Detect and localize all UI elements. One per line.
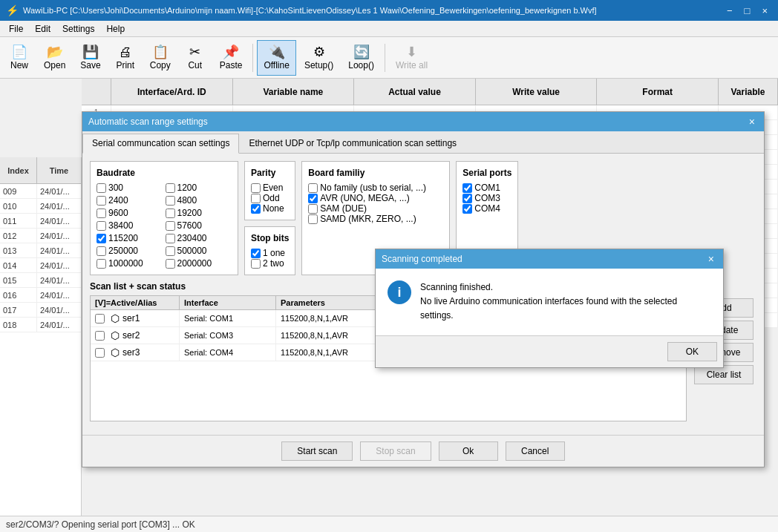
baud-4800-check[interactable] (166, 196, 175, 206)
menu-help[interactable]: Help (100, 22, 131, 36)
save-button[interactable]: 💾 Save (73, 40, 107, 76)
baud-2000000-check[interactable] (166, 259, 175, 269)
loop-icon: 🔄 (353, 45, 370, 59)
info-icon: i (388, 280, 411, 304)
menu-bar: File Edit Settings Help (0, 21, 778, 37)
list-item: 01524/01/... (0, 273, 81, 288)
baud-19200: 19200 (166, 208, 232, 218)
baud-19200-check[interactable] (166, 208, 175, 218)
baud-250000-check[interactable] (97, 246, 106, 256)
minimize-button[interactable]: − (722, 4, 737, 18)
left-panel-header: Index Time (0, 157, 81, 184)
scan-active-3: ⬡ ser3 (91, 344, 180, 361)
time-cell: 24/01/... (37, 318, 81, 332)
baud-230400-check[interactable] (166, 234, 175, 243)
th-active: [V]=Active/Alias (91, 296, 180, 309)
scan-cancel-button[interactable]: Cancel (506, 441, 565, 461)
list-item: 01424/01/... (0, 258, 81, 273)
interface-1: Serial: COM1 (180, 310, 276, 326)
save-icon: 💾 (82, 45, 99, 59)
board-samd: SAMD (MKR, ZERO, ...) (308, 214, 443, 224)
baud-300-check[interactable] (97, 183, 106, 193)
new-button[interactable]: 📄 New (3, 40, 36, 76)
clear-list-button[interactable]: Clear list (694, 365, 754, 384)
port-com4-check[interactable] (462, 204, 472, 214)
scan-active-check-1[interactable] (95, 314, 105, 324)
scan-dialog-close-button[interactable]: × (746, 116, 758, 128)
cut-label: Cut (188, 60, 202, 70)
format-header: Format (597, 79, 719, 105)
stopbits-2: 2 two (251, 258, 289, 269)
cut-button[interactable]: ✂ Cut (179, 40, 212, 76)
copy-icon: 📋 (152, 45, 169, 59)
start-scan-button[interactable]: Start scan (281, 441, 353, 461)
tab-ethernet[interactable]: Ethernet UDP or Tcp/lp communication sca… (239, 134, 466, 153)
board-no-family-check[interactable] (308, 183, 318, 193)
baud-250000: 250000 (97, 246, 163, 256)
baud-38400-check[interactable] (97, 221, 106, 231)
parity-none-check[interactable] (251, 204, 261, 214)
baud-115200-check[interactable] (97, 234, 106, 243)
parity-none: None (251, 203, 289, 214)
setup-button[interactable]: ⚙ Setup() (298, 40, 340, 76)
offline-button[interactable]: 🔌 Offline (257, 40, 295, 76)
window-close-button[interactable]: × (757, 4, 772, 18)
menu-settings[interactable]: Settings (56, 22, 100, 36)
board-samd-check[interactable] (308, 214, 318, 224)
copy-button[interactable]: 📋 Copy (143, 40, 177, 76)
time-header: Time (37, 157, 82, 183)
time-cell: 24/01/... (37, 229, 81, 243)
board-avr: AVR (UNO, MEGA, ...) (308, 193, 443, 203)
index-header: Index (0, 157, 37, 183)
separator-1 (252, 44, 253, 72)
open-button[interactable]: 📂 Open (37, 40, 72, 76)
port-com3-check[interactable] (462, 194, 472, 203)
scan-active-check-2[interactable] (95, 331, 105, 341)
baud-2400: 2400 (97, 195, 163, 206)
list-item: 01024/01/... (0, 199, 81, 214)
parity-even-check[interactable] (251, 183, 261, 193)
scan-ok-button[interactable]: Ok (439, 441, 498, 461)
baud-1200-check[interactable] (166, 183, 175, 193)
menu-edit[interactable]: Edit (29, 22, 56, 36)
log-text: ser2/COM3/? Opening serial port [COM3] .… (6, 519, 195, 530)
tab-serial[interactable]: Serial communcation scan settings (82, 134, 239, 154)
board-sam-check[interactable] (308, 204, 318, 214)
time-cell: 24/01/... (37, 243, 81, 257)
parity-stopbits-col: Parity Even Odd None Stop bits 1 one 2 t… (244, 161, 295, 275)
interface-2: Serial: COM3 (180, 327, 276, 344)
completion-close-button[interactable]: × (705, 253, 717, 265)
loop-button[interactable]: 🔄 Loop() (341, 40, 381, 76)
print-button[interactable]: 🖨 Print (109, 40, 142, 76)
parity-odd: Odd (251, 193, 289, 203)
paste-button[interactable]: 📌 Paste (213, 40, 249, 76)
baud-500000-check[interactable] (166, 246, 175, 256)
time-cell: 24/01/... (37, 288, 81, 302)
baud-38400: 38400 (97, 220, 163, 231)
stop-scan-button[interactable]: Stop scan (360, 441, 431, 461)
interface-3: Serial: COM4 (180, 344, 276, 361)
baud-57600-check[interactable] (166, 221, 175, 231)
port-com4: COM4 (462, 203, 511, 214)
board-avr-check[interactable] (308, 194, 318, 203)
toolbar: 📄 New 📂 Open 💾 Save 🖨 Print 📋 Copy ✂ Cut… (0, 37, 778, 79)
left-panel-rows: 00924/01/... 01024/01/... 01124/01/... 0… (0, 184, 81, 332)
write-all-button[interactable]: ⬇ Write all (389, 40, 434, 76)
board-no-family: No family (usb to serial, ...) (308, 183, 443, 193)
baud-9600-check[interactable] (97, 208, 106, 218)
maximize-button[interactable]: □ (740, 4, 755, 18)
baud-500000: 500000 (166, 246, 232, 256)
port-com1-check[interactable] (462, 183, 472, 193)
scan-active-check-3[interactable] (95, 348, 105, 358)
baud-1000000-check[interactable] (97, 259, 106, 269)
completion-message-2: No live Arduino communication interfaces… (420, 296, 677, 321)
stopbits-1-check[interactable] (251, 249, 261, 258)
stopbits-2-check[interactable] (251, 259, 261, 269)
parity-odd-check[interactable] (251, 194, 261, 203)
baud-2400-check[interactable] (97, 196, 106, 206)
list-item: 01324/01/... (0, 243, 81, 258)
loop-label: Loop() (348, 60, 374, 70)
menu-file[interactable]: File (3, 22, 29, 36)
actual-value-header: Actual value (354, 79, 476, 105)
completion-ok-button[interactable]: OK (667, 342, 717, 361)
